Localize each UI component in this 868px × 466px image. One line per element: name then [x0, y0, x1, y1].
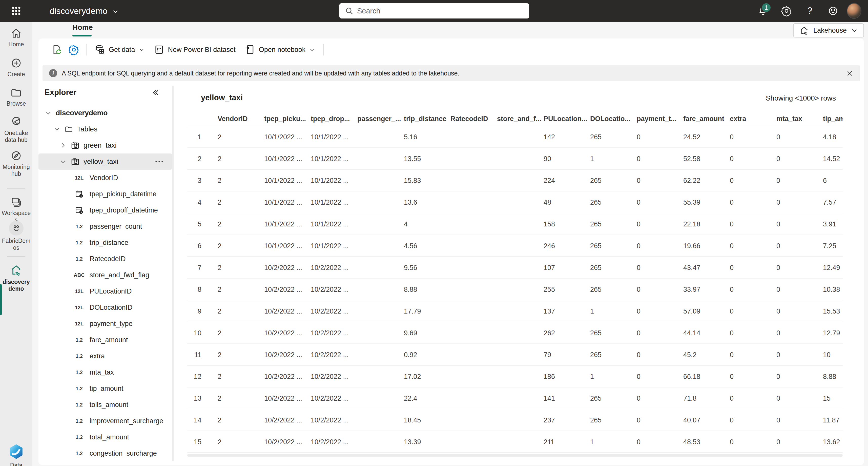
row-number: 8 [187, 279, 218, 300]
column-name: congestion_surcharge [90, 449, 157, 457]
tree-item-tables-folder[interactable]: Tables [38, 121, 172, 137]
lakehouse-settings-button[interactable] [65, 41, 83, 58]
tree-item-column[interactable]: 1.2trip_distance [38, 235, 172, 251]
tree-item-column[interactable]: 12LPULocationID [38, 283, 172, 299]
tree-item-column[interactable]: 1.2tolls_amount [38, 397, 172, 413]
delta-table-icon [70, 157, 80, 166]
refresh-button[interactable] [48, 41, 65, 58]
table-cell: 5.16 [404, 126, 451, 148]
table-cell: 0 [776, 344, 823, 366]
row-number-header [187, 111, 218, 126]
tree-item-column[interactable]: 1.2passenger_count [38, 218, 172, 235]
table-cell: 22.18 [683, 213, 730, 235]
horizontal-scrollbar[interactable] [187, 454, 843, 457]
table-cell: 8.88 [823, 366, 843, 387]
notebook-icon [245, 44, 255, 55]
tree-item-yellow-taxi[interactable]: yellow_taxi [38, 153, 172, 170]
tree-item-column[interactable]: 1.2total_amount [38, 429, 172, 445]
item-type-selector[interactable]: Lakehouse [793, 23, 864, 37]
banner-close-button[interactable] [845, 69, 854, 78]
more-options-icon[interactable] [155, 160, 163, 163]
help-button[interactable]: ? [798, 0, 822, 22]
tree-item-column[interactable]: tpep_dropoff_datetime [38, 202, 172, 218]
tree-item-column[interactable]: 1.2mta_tax [38, 364, 172, 380]
tree-item-column[interactable]: 12LDOLocationID [38, 299, 172, 316]
tab-home[interactable]: Home [72, 23, 93, 32]
nav-onelake-data-hub[interactable]: OneLake data hub [0, 116, 32, 143]
nav-discoverydemo-item[interactable]: discoverydemo [0, 263, 32, 292]
bigint-type-icon: 12L [72, 305, 87, 311]
explorer-scrollbar[interactable] [172, 86, 174, 461]
column-name: RatecodeID [90, 255, 126, 263]
account-button[interactable] [845, 0, 868, 22]
tree-item-column[interactable]: 12LVendorID [38, 170, 172, 186]
open-notebook-button[interactable]: Open notebook [240, 41, 320, 58]
table-cell: 57.09 [683, 300, 730, 322]
table-cell [451, 366, 497, 387]
settings-button[interactable] [775, 0, 798, 22]
chevron-expanded-icon [60, 158, 66, 165]
table-cell: 10/2/2022 ... [311, 344, 357, 366]
nav-workspaces[interactable]: Workspaces [0, 196, 32, 223]
tree-item-column[interactable]: tpep_pickup_datetime [38, 186, 172, 202]
table-cell: 0 [776, 148, 823, 170]
nav-browse[interactable]: Browse [0, 87, 32, 107]
table-cell: 40.07 [683, 409, 730, 431]
row-number: 15 [187, 431, 218, 453]
top-bar: discoverydemo Search 1 ? [0, 0, 868, 22]
table-cell: 10/2/2022 ... [264, 279, 311, 300]
table-cell: 52.58 [683, 148, 730, 170]
tree-item-column[interactable]: ABCstore_and_fwd_flag [38, 267, 172, 283]
new-power-bi-dataset-button[interactable]: New Power BI dataset [149, 41, 240, 58]
tree-item-column[interactable]: 1.2extra [38, 348, 172, 364]
table-cell: 265 [590, 170, 637, 192]
nav-monitoring-hub[interactable]: Monitoring hub [0, 150, 32, 177]
app-launcher-icon[interactable] [10, 5, 22, 17]
workspaces-icon [10, 196, 22, 208]
collapse-panel-button[interactable] [150, 87, 161, 98]
table-cell: 0 [637, 148, 683, 170]
search-input[interactable]: Search [339, 3, 529, 19]
table-cell: 10/2/2022 ... [264, 300, 311, 322]
table-cell: 1 [590, 366, 637, 387]
search-icon [345, 7, 353, 15]
column-header: extra [730, 111, 776, 126]
tree-item-column[interactable]: 1.2RatecodeID [38, 251, 172, 267]
get-data-button[interactable]: Get data [90, 41, 149, 58]
table-cell: 0 [730, 192, 776, 213]
table-cell [497, 300, 544, 322]
table-cell: 10/2/2022 ... [264, 431, 311, 453]
column-header: passenger_... [357, 111, 404, 126]
table-cell: 0 [776, 192, 823, 213]
tree-item-column[interactable]: 1.2congestion_surcharge [38, 445, 172, 461]
workspace-switcher[interactable]: discoverydemo [50, 0, 119, 22]
table-cell: 4 [404, 213, 451, 235]
experience-switcher[interactable]: Data Engineering [0, 443, 32, 466]
tree-item-column[interactable]: 1.2fare_amount [38, 332, 172, 348]
row-number: 10 [187, 322, 218, 344]
tree-item-workspace[interactable]: discoverydemo [38, 105, 172, 121]
nav-create[interactable]: Create [0, 57, 32, 78]
column-name: DOLocationID [90, 304, 133, 312]
tree-item-column[interactable]: 1.2improvement_surcharge [38, 413, 172, 429]
table-cell [497, 366, 544, 387]
tree-item-column[interactable]: 1.2tip_amount [38, 380, 172, 397]
double-type-icon: 1.2 [72, 240, 87, 246]
table-cell: 255 [544, 279, 590, 300]
table-cell: 265 [590, 126, 637, 148]
tree-item-column[interactable]: 12Lpayment_type [38, 316, 172, 332]
nav-home[interactable]: Home [0, 27, 32, 48]
tree-item-green-taxi[interactable]: green_taxi [38, 137, 172, 153]
chevron-down-icon [309, 47, 315, 53]
table-cell: 265 [590, 279, 637, 300]
table-cell [357, 279, 404, 300]
table-cell [357, 257, 404, 279]
banner-message: A SQL endpoint for SQL querying and a de… [62, 70, 459, 77]
column-name: tip_amount [90, 385, 123, 392]
feedback-button[interactable] [822, 0, 845, 22]
table-cell: 265 [590, 322, 637, 344]
column-header: tpep_picku... [264, 111, 311, 126]
table-cell: 142 [544, 126, 590, 148]
notifications-button[interactable]: 1 [752, 0, 775, 22]
nav-fabricdemos-workspace[interactable]: FabricDemos [0, 221, 32, 251]
